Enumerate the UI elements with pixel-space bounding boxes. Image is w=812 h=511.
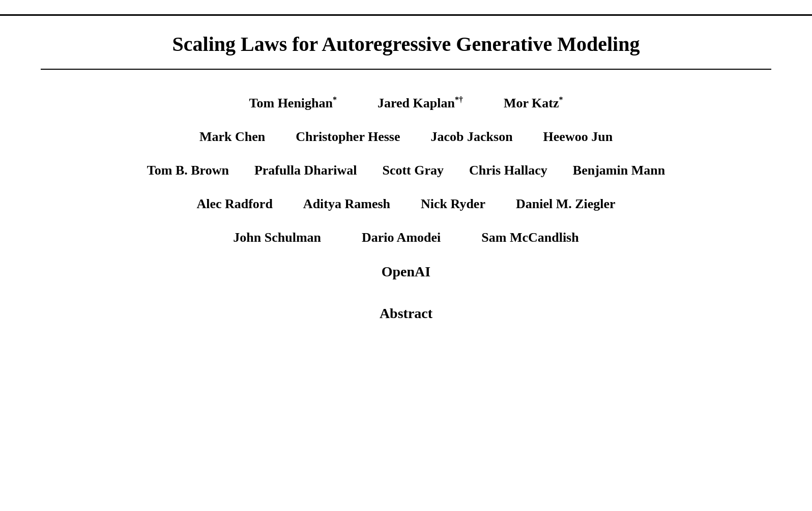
author-benjamin-mann: Benjamin Mann xyxy=(573,163,665,178)
author-sam-mccandlish: Sam McCandlish xyxy=(481,230,578,245)
author-john-schulman: John Schulman xyxy=(233,230,321,245)
author-alec-radford: Alec Radford xyxy=(196,196,272,212)
author-chris-hallacy: Chris Hallacy xyxy=(469,163,547,178)
author-daniel-ziegler: Daniel M. Ziegler xyxy=(516,196,616,212)
author-nick-ryder: Nick Ryder xyxy=(421,196,485,212)
author-jared-kaplan: Jared Kaplan*† xyxy=(378,95,463,111)
author-row-1: Tom Henighan* Jared Kaplan*† Mor Katz* xyxy=(41,95,771,111)
abstract-heading: Abstract xyxy=(41,305,771,322)
author-row-2: Mark Chen Christopher Hesse Jacob Jackso… xyxy=(41,129,771,145)
author-heewoo-jun: Heewoo Jun xyxy=(543,129,613,145)
title-section: Scaling Laws for Autoregressive Generati… xyxy=(0,16,812,69)
organization: OpenAI xyxy=(41,264,771,280)
author-tom-brown: Tom B. Brown xyxy=(147,163,229,178)
author-christopher-hesse: Christopher Hesse xyxy=(296,129,400,145)
author-row-5: John Schulman Dario Amodei Sam McCandlis… xyxy=(41,230,771,245)
author-mor-katz: Mor Katz* xyxy=(504,95,563,111)
author-mark-chen: Mark Chen xyxy=(199,129,265,145)
author-aditya-ramesh: Aditya Ramesh xyxy=(303,196,390,212)
author-jacob-jackson: Jacob Jackson xyxy=(431,129,513,145)
author-row-3: Tom B. Brown Prafulla Dhariwal Scott Gra… xyxy=(41,163,771,178)
author-prafulla-dhariwal: Prafulla Dhariwal xyxy=(254,163,357,178)
author-scott-gray: Scott Gray xyxy=(382,163,444,178)
paper-title: Scaling Laws for Autoregressive Generati… xyxy=(41,32,771,56)
author-tom-henighan: Tom Henighan* xyxy=(249,95,337,111)
author-dario-amodei: Dario Amodei xyxy=(362,230,441,245)
authors-section: Tom Henighan* Jared Kaplan*† Mor Katz* M… xyxy=(0,70,812,337)
author-row-4: Alec Radford Aditya Ramesh Nick Ryder Da… xyxy=(41,196,771,212)
